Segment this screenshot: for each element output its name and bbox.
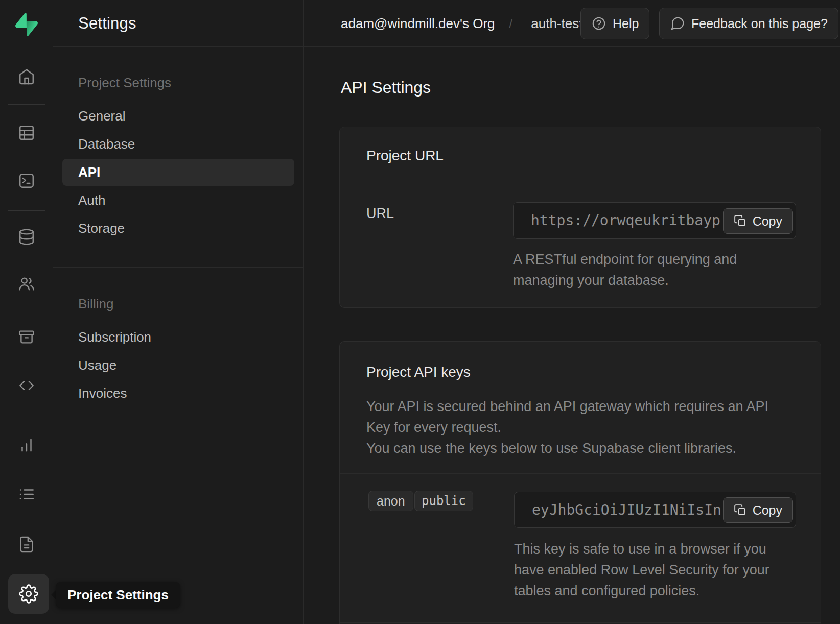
nav-item-subscription[interactable]: Subscription [78,327,151,347]
settings-nav-panel: Settings Project Settings General Databa… [53,0,304,624]
nav-item-auth[interactable]: Auth [78,190,106,210]
sidebar-item-auth[interactable] [0,269,53,299]
nav-item-api[interactable]: API [62,159,294,186]
api-keys-card-title: Project API keys [366,362,471,382]
anon-key-field[interactable]: eyJhbGciOiJIUzI1NiIsIn Copy [514,492,796,528]
sidebar-item-storage[interactable] [0,322,53,352]
public-badge: public [414,491,473,511]
copy-url-label: Copy [753,214,782,229]
copy-url-button[interactable]: Copy [723,208,793,234]
nav-section-project-settings: Project Settings [78,73,171,93]
storage-icon [18,328,35,346]
api-keys-intro-line2: You can use the keys below to use Supaba… [366,438,785,459]
feedback-button-label: Feedback on this page? [691,16,828,31]
copy-icon [734,503,747,517]
api-keys-intro-line1: Your API is secured behind an API gatewa… [366,396,785,438]
project-url-card: Project URL URL https://orwqeukritbayp C… [339,127,821,308]
breadcrumb-project[interactable]: auth-test [531,16,582,32]
help-circle-icon [591,16,606,31]
rail-divider [8,416,45,416]
rail-divider [8,104,45,105]
sidebar-item-sql-editor[interactable] [0,165,53,196]
top-bar: adam@windmill.dev's Org / auth-test Help… [304,0,840,47]
reports-icon [18,437,35,454]
card-divider [340,184,821,184]
copy-icon [734,214,747,228]
feedback-button[interactable]: Feedback on this page? [659,8,838,39]
nav-item-database[interactable]: Database [78,134,135,154]
card-divider [340,473,821,474]
main-content: API Settings Project URL URL https://orw… [304,47,840,624]
project-url-field[interactable]: https://orwqeukritbayp Copy [513,202,796,239]
project-settings-tooltip: Project Settings [56,582,180,608]
edge-functions-icon [18,377,35,394]
api-keys-card-intro: Your API is secured behind an API gatewa… [366,396,785,459]
feedback-bubble-icon [670,16,685,31]
nav-item-usage[interactable]: Usage [78,355,116,375]
copy-anon-key-label: Copy [753,503,782,518]
database-icon [18,228,35,246]
sidebar-item-api-docs[interactable] [0,529,53,560]
sidebar-item-edge-functions[interactable] [0,370,53,401]
copy-anon-key-button[interactable]: Copy [723,497,793,523]
supabase-logo-icon [15,13,38,36]
sidebar-item-logs[interactable] [0,479,53,510]
project-api-keys-card: Project API keys Your API is secured beh… [339,341,821,624]
breadcrumb: adam@windmill.dev's Org / auth-test [341,0,582,47]
sidebar-item-database[interactable] [0,222,53,252]
sidebar-item-project-settings[interactable] [8,574,49,614]
card-divider [340,622,821,623]
anon-key-description: This key is safe to use in a browser if … [514,539,777,602]
nav-item-storage[interactable]: Storage [78,218,125,238]
sidebar-item-home[interactable] [0,61,53,92]
nav-section-divider [53,267,304,268]
breadcrumb-org[interactable]: adam@windmill.dev's Org [341,16,495,32]
project-settings-gear-icon [19,584,38,604]
logs-icon [18,486,35,503]
home-icon [18,68,35,85]
anon-badge: anon [368,491,413,511]
table-editor-icon [18,124,35,141]
supabase-logo[interactable] [0,10,53,39]
icon-rail [0,0,53,624]
help-button[interactable]: Help [580,8,649,39]
nav-item-general[interactable]: General [78,106,126,126]
url-field-label: URL [366,203,394,224]
sidebar-item-reports[interactable] [0,430,53,461]
nav-section-billing: Billing [78,294,113,314]
panel-title: Settings [78,14,136,33]
sql-editor-icon [18,172,35,189]
page-title: API Settings [341,76,431,99]
auth-users-icon [18,275,35,293]
breadcrumb-separator: / [509,16,513,31]
api-docs-icon [18,536,35,553]
sidebar-item-table-editor[interactable] [0,117,53,148]
settings-panel-header: Settings [53,0,303,47]
rail-divider [8,210,45,211]
help-button-label: Help [613,16,639,31]
url-field-description: A RESTful endpoint for querying and mana… [513,249,753,291]
app-window: Settings Project Settings General Databa… [0,0,840,624]
nav-item-invoices[interactable]: Invoices [78,383,127,403]
project-url-card-title: Project URL [366,127,444,184]
